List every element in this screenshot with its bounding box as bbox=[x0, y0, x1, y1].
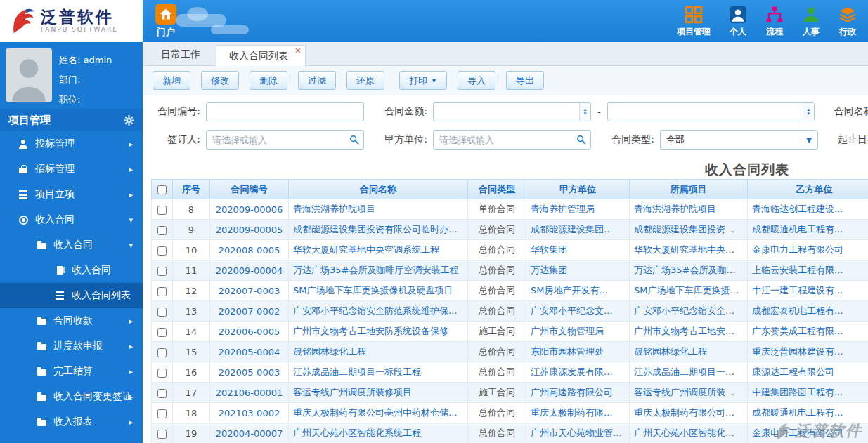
party-a-link[interactable]: SM房地产开发有... bbox=[531, 285, 608, 296]
contract-no-input[interactable] bbox=[206, 102, 364, 121]
contract-name-link[interactable]: 广州天心苑小区智能化系统工程 bbox=[293, 428, 421, 438]
party-b-link[interactable]: 广东赞美成工程有限... bbox=[752, 326, 843, 336]
contract-code-link[interactable]: 202103-0002 bbox=[219, 408, 280, 418]
contract-code-link[interactable]: 202008-0005 bbox=[219, 245, 280, 256]
contract-name-link[interactable]: SM广场地下车库更换摄像机及硬盘项目 bbox=[293, 285, 453, 296]
project-link[interactable]: 重庆太极制药有限公司亳... bbox=[634, 407, 743, 418]
contract-code-link[interactable]: 202006-0005 bbox=[219, 326, 280, 337]
contract-code-link[interactable]: 202005-0004 bbox=[219, 347, 280, 357]
party-a-link[interactable]: 广州市文物管理局 bbox=[531, 326, 604, 336]
contract-name-link[interactable]: 华软大厦研究基地中央空调系统工程 bbox=[293, 244, 439, 255]
contract-name-link[interactable]: 广州市文物考古工地安防系统设备保修 bbox=[293, 326, 448, 336]
party-a-link[interactable]: 万达集团 bbox=[531, 265, 567, 275]
contract-name-link[interactable]: 晟铭园林绿化工程 bbox=[293, 346, 366, 357]
contract-code-link[interactable]: 202009-00005 bbox=[216, 225, 283, 235]
contract-name-link[interactable]: 重庆太极制药有限公司亳州中药材仓储... bbox=[293, 407, 457, 418]
contract-name-link[interactable]: 客运专线广州调度所装修项目 bbox=[293, 387, 412, 397]
sidebar-item-contract-collection[interactable]: 合同收款 ▸ bbox=[0, 308, 143, 333]
row-checkbox[interactable] bbox=[157, 267, 167, 276]
party-b-link[interactable]: 中江一建工程建设有... bbox=[752, 285, 843, 296]
contract-name-link[interactable]: 广安邓小平纪念馆安全防范系统维护保... bbox=[293, 305, 457, 316]
tab-close-icon[interactable]: × bbox=[294, 46, 302, 55]
party-a-link[interactable]: 广州市天心苑物业管... bbox=[531, 428, 621, 438]
filter-button[interactable]: 过滤 ▼ bbox=[298, 71, 336, 90]
topnav-personal[interactable]: 个人 bbox=[729, 5, 747, 38]
party-a-link[interactable]: 华软集团 bbox=[531, 244, 567, 255]
project-link[interactable]: 广安邓小平纪念馆安全防... bbox=[634, 305, 743, 316]
sidebar-item-income-contract-entry[interactable]: 收入合同 bbox=[0, 258, 143, 283]
contract-name-link[interactable]: 成都能源建设集团投资有限公司临时办... bbox=[293, 224, 457, 234]
tab-income-contract-list[interactable]: 收入合同列表 × bbox=[216, 45, 306, 66]
project-link[interactable]: 华软大厦研究基地中央空... bbox=[634, 244, 743, 255]
party-a-link[interactable]: 广州高速路有限公司 bbox=[531, 387, 613, 397]
sidebar-item-contract-change-visa[interactable]: 收入合同变更签证 ▸ bbox=[0, 384, 143, 409]
search-icon[interactable] bbox=[349, 135, 359, 145]
topnav-administration[interactable]: 行政 bbox=[838, 5, 857, 38]
row-checkbox[interactable] bbox=[157, 308, 167, 317]
sidebar-item-progress-payment[interactable]: 进度款申报 ▸ bbox=[0, 333, 143, 359]
party-b-link[interactable]: 上临云安装工程有限... bbox=[752, 265, 843, 275]
party-b-link[interactable]: 成都宏泰机电工程有... bbox=[752, 305, 843, 316]
project-link[interactable]: 晟铭园林绿化工程 bbox=[634, 346, 707, 357]
contract-code-link[interactable]: 202007-0003 bbox=[219, 286, 280, 296]
contract-type-select[interactable]: 全部 ▼ bbox=[660, 130, 818, 150]
row-checkbox[interactable] bbox=[157, 389, 167, 398]
project-link[interactable]: 江苏成品油二期项目一标... bbox=[634, 366, 743, 377]
party-b-link[interactable]: 中建集团路面工程有... bbox=[752, 387, 843, 397]
delete-button[interactable]: 删除 ▼ bbox=[250, 71, 287, 90]
row-checkbox[interactable] bbox=[157, 409, 167, 418]
contract-name-link[interactable]: 青海洪湖养护院项目 bbox=[293, 204, 375, 214]
party-a-link[interactable]: 重庆太极制药有限... bbox=[531, 407, 612, 418]
party-a-link[interactable]: 青海养护管理局 bbox=[531, 204, 595, 214]
contract-code-link[interactable]: 202009-00006 bbox=[216, 204, 283, 215]
row-checkbox[interactable] bbox=[157, 287, 167, 296]
project-link[interactable]: 万达广场35#会所及咖啡厅... bbox=[634, 265, 748, 275]
party-b-link[interactable]: 青海临达创工程建设... bbox=[752, 204, 843, 214]
sidebar-item-income-report[interactable]: 收入报表 ▸ bbox=[0, 409, 143, 435]
party-a-link[interactable]: 江苏康源发展有限... bbox=[531, 366, 612, 377]
project-link[interactable]: 青海洪湖养护院项目 bbox=[634, 204, 716, 214]
contract-code-link[interactable]: 202005-0003 bbox=[219, 367, 280, 378]
print-button[interactable]: 打印 ▼ bbox=[399, 71, 447, 90]
add-button[interactable]: 新增 ▼ bbox=[153, 71, 190, 90]
party-b-link[interactable]: 成都暖通机电工程有... bbox=[752, 407, 843, 418]
export-button[interactable]: 导出 ▼ bbox=[506, 71, 544, 90]
gear-icon[interactable] bbox=[124, 115, 134, 126]
row-checkbox[interactable] bbox=[157, 369, 167, 378]
restore-button[interactable]: 还原 ▼ bbox=[346, 71, 384, 90]
project-link[interactable]: 广州市文物考古工地安防... bbox=[634, 326, 743, 336]
party-b-link[interactable]: 成都暖通机电工程有... bbox=[752, 224, 843, 234]
tab-daily-work[interactable]: 日常工作 bbox=[148, 44, 213, 65]
contract-code-link[interactable]: 202004-00007 bbox=[216, 428, 283, 439]
stepper-arrows-icon[interactable]: ▴▾ bbox=[579, 103, 590, 121]
stepper-arrows-icon[interactable]: ▴▾ bbox=[803, 103, 814, 121]
party-a-input[interactable] bbox=[433, 130, 591, 150]
project-link[interactable]: SM广场地下车库更换摄像... bbox=[634, 285, 748, 296]
sidebar-item-bid-management[interactable]: 投标管理 ▸ bbox=[0, 131, 143, 157]
topnav-hr[interactable]: 人事 bbox=[802, 5, 820, 38]
search-icon[interactable] bbox=[576, 135, 586, 145]
party-a-link[interactable]: 广安邓小平纪念文... bbox=[531, 305, 612, 316]
party-b-link[interactable]: 金康电力工程有限公司 bbox=[752, 244, 843, 255]
contract-code-link[interactable]: 202007-0002 bbox=[219, 306, 280, 317]
contract-name-link[interactable]: 江苏成品油二期项目一标段工程 bbox=[293, 366, 421, 377]
party-a-link[interactable]: 成都能源建设集团... bbox=[531, 224, 612, 234]
contract-code-link[interactable]: 202106-00001 bbox=[216, 388, 283, 398]
sidebar-section-project-management[interactable]: 项目管理 bbox=[0, 109, 143, 131]
party-b-link[interactable]: 金康电力工程有限公司 bbox=[752, 428, 843, 438]
sidebar-item-completion-settlement[interactable]: 完工结算 ▸ bbox=[0, 359, 143, 384]
row-checkbox[interactable] bbox=[157, 226, 167, 235]
edit-button[interactable]: 修改 ▼ bbox=[201, 71, 239, 90]
select-all-checkbox[interactable] bbox=[157, 185, 167, 194]
signer-input[interactable] bbox=[206, 130, 364, 150]
project-link[interactable]: 成都能源建设集团投资有... bbox=[634, 224, 743, 234]
topnav-process[interactable]: 流程 bbox=[765, 5, 784, 38]
row-checkbox[interactable] bbox=[157, 206, 167, 215]
import-button[interactable]: 导入 ▼ bbox=[458, 71, 495, 90]
sidebar-item-project-initiation[interactable]: 项目立项 ▸ bbox=[0, 182, 143, 207]
sidebar-item-income-contract-group[interactable]: 收入合同 ▾ bbox=[0, 232, 143, 258]
sidebar-item-tender-management[interactable]: 招标管理 ▸ bbox=[0, 157, 143, 182]
row-checkbox[interactable] bbox=[157, 246, 167, 256]
row-checkbox[interactable] bbox=[157, 328, 167, 337]
party-b-link[interactable]: 重庆泛普园林建设有... bbox=[752, 346, 843, 357]
